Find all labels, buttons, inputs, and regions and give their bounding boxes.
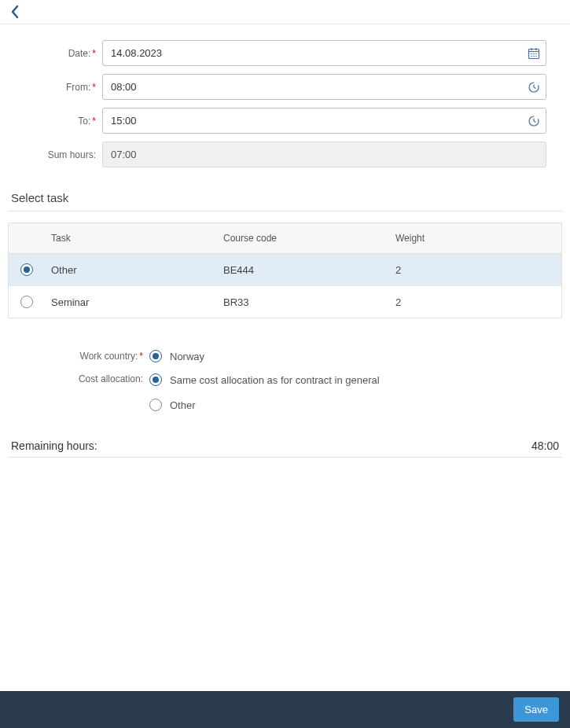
to-input-group [102,108,546,134]
content-area: Date:* From:* To:* [0,24,570,691]
row-cost-allocation: Cost allocation: Same cost allocation as… [8,373,562,411]
header-bar [0,0,570,24]
table-row[interactable]: Seminar BR33 2 [9,286,561,318]
radio-cost-0[interactable] [149,373,162,386]
sum-input-group [102,142,546,167]
label-cost-allocation: Cost allocation: [8,373,149,384]
label-work-country: Work country:* [8,351,149,362]
save-button[interactable]: Save [513,697,559,722]
radio-task-1[interactable] [20,296,33,308]
divider [8,457,562,458]
row-from: From:* [8,74,562,100]
svg-line-15 [534,121,536,123]
option-label: Same cost allocation as for contract in … [170,374,380,386]
back-button[interactable] [9,5,20,19]
radio-work-country-0[interactable] [149,350,162,362]
clock-icon[interactable] [522,81,546,94]
col-task: Task [45,223,217,253]
row-sum: Sum hours: [8,142,562,167]
radio-task-0[interactable] [20,263,33,276]
col-course: Course code [217,223,389,253]
cell-course: BE444 [217,255,389,285]
remaining-value: 48:00 [531,439,559,452]
label-from: From:* [8,82,102,93]
date-input[interactable] [103,41,522,65]
cell-course: BR33 [217,287,389,318]
divider [8,211,562,211]
work-country-option-0[interactable]: Norway [149,350,204,362]
remaining-hours-row: Remaining hours: 48:00 [8,435,562,457]
cost-allocation-option-0[interactable]: Same cost allocation as for contract in … [149,373,380,386]
svg-point-6 [535,53,537,54]
svg-point-8 [533,55,535,57]
remaining-label: Remaining hours: [11,439,97,452]
col-weight: Weight [389,223,561,253]
cell-weight: 2 [389,287,561,318]
cost-allocation-option-1[interactable]: Other [149,399,380,411]
svg-point-9 [535,55,537,57]
row-work-country: Work country:* Norway [8,350,562,362]
label-to: To:* [8,116,102,127]
section-title-task: Select task [11,191,562,204]
task-table: Task Course code Weight Other BE444 2 Se… [8,222,562,318]
svg-point-7 [531,55,532,57]
cell-task: Other [45,255,217,285]
footer-bar: Save [0,691,570,728]
row-to: To:* [8,108,562,134]
sum-input [103,142,546,167]
cell-weight: 2 [389,255,561,285]
cell-task: Seminar [45,287,217,318]
clock-icon[interactable] [522,115,546,127]
from-input[interactable] [103,75,522,99]
table-row[interactable]: Other BE444 2 [9,254,561,286]
calendar-icon[interactable] [522,47,546,60]
option-label: Norway [170,351,204,362]
table-header: Task Course code Weight [9,223,561,254]
date-input-group [102,40,546,66]
svg-point-5 [533,53,535,54]
option-label: Other [170,399,196,411]
chevron-left-icon [9,5,20,19]
row-date: Date:* [8,40,562,66]
to-input[interactable] [103,108,522,133]
svg-line-12 [534,87,536,89]
from-input-group [102,74,546,100]
svg-point-4 [531,53,532,54]
label-sum: Sum hours: [8,149,102,160]
label-date: Date:* [8,48,102,59]
radio-cost-1[interactable] [149,399,162,411]
